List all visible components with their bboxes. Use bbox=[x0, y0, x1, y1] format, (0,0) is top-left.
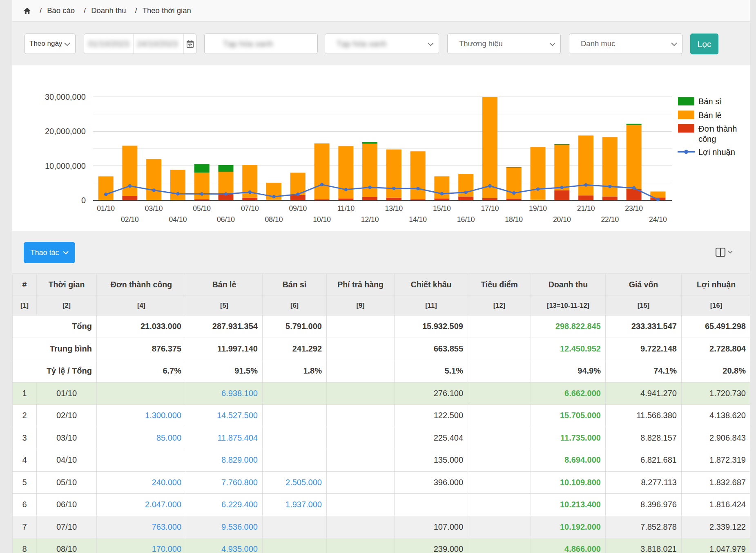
svg-text:14/10: 14/10 bbox=[409, 215, 427, 224]
svg-text:30,000,000: 30,000,000 bbox=[45, 92, 86, 101]
svg-text:08/10: 08/10 bbox=[265, 215, 283, 224]
svg-text:Lợi nhuận: Lợi nhuận bbox=[698, 148, 735, 157]
svg-text:01/10: 01/10 bbox=[97, 204, 115, 213]
svg-text:12/10: 12/10 bbox=[361, 215, 379, 224]
svg-text:19/10: 19/10 bbox=[529, 204, 547, 213]
svg-text:20/10: 20/10 bbox=[553, 215, 571, 224]
svg-text:10,000,000: 10,000,000 bbox=[45, 161, 86, 170]
svg-text:04/10: 04/10 bbox=[169, 215, 187, 224]
svg-text:24/10: 24/10 bbox=[649, 215, 667, 224]
svg-text:21/10: 21/10 bbox=[577, 204, 595, 213]
svg-text:11/10: 11/10 bbox=[337, 204, 355, 213]
svg-text:23/10: 23/10 bbox=[625, 204, 643, 213]
svg-text:Bán lẻ: Bán lẻ bbox=[698, 111, 722, 120]
svg-text:07/10: 07/10 bbox=[241, 204, 259, 213]
svg-text:03/10: 03/10 bbox=[145, 204, 163, 213]
svg-text:05/10: 05/10 bbox=[193, 204, 211, 213]
svg-text:18/10: 18/10 bbox=[505, 215, 523, 224]
svg-text:02/10: 02/10 bbox=[121, 215, 139, 224]
svg-text:09/10: 09/10 bbox=[289, 204, 307, 213]
svg-text:16/10: 16/10 bbox=[457, 215, 475, 224]
svg-text:20,000,000: 20,000,000 bbox=[45, 127, 86, 136]
svg-text:17/10: 17/10 bbox=[481, 204, 499, 213]
svg-text:15/10: 15/10 bbox=[433, 204, 451, 213]
svg-text:22/10: 22/10 bbox=[601, 215, 619, 224]
svg-text:Bán sỉ: Bán sỉ bbox=[698, 97, 721, 106]
svg-text:0: 0 bbox=[81, 196, 86, 205]
svg-text:công: công bbox=[698, 134, 716, 143]
svg-text:06/10: 06/10 bbox=[217, 215, 235, 224]
svg-text:Đơn thành: Đơn thành bbox=[698, 124, 737, 133]
svg-text:13/10: 13/10 bbox=[385, 204, 403, 213]
svg-text:10/10: 10/10 bbox=[313, 215, 331, 224]
